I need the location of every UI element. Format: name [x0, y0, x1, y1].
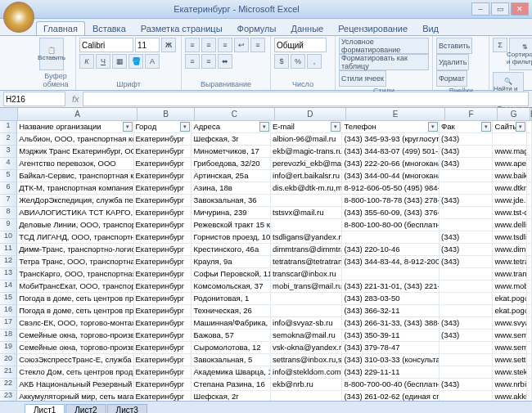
- column-header[interactable]: F: [445, 108, 498, 121]
- cell[interactable]: Свэлс-ЕК, ООО, торгово-монтажная: [17, 317, 133, 330]
- align-top-button[interactable]: ≡: [185, 38, 200, 52]
- cell[interactable]: Екатеринбург: [134, 342, 192, 354]
- cell[interactable]: Екатеринбург: [134, 244, 192, 256]
- cell[interactable]: perevozki_ekb@mail.ru: [271, 158, 342, 170]
- column-header[interactable]: C: [195, 108, 274, 121]
- cell[interactable]: (343) 261-02-62 (единая справочна): [342, 391, 440, 401]
- cell[interactable]: (343) 266-31-33, (343) 388-07-: [342, 317, 440, 330]
- cell[interactable]: www.semokna.ru: [493, 330, 527, 342]
- header-cell[interactable]: Город▾: [134, 121, 192, 133]
- cell[interactable]: Екатеринбург: [134, 195, 192, 207]
- row-header[interactable]: 10: [0, 231, 17, 244]
- underline-button[interactable]: Ч: [96, 54, 110, 69]
- row-header[interactable]: 6: [0, 182, 17, 195]
- cell[interactable]: [440, 305, 493, 317]
- insert-cells-button[interactable]: Вставить: [436, 38, 472, 54]
- row-header[interactable]: 16: [0, 305, 17, 317]
- cell[interactable]: (343) 222-20-66 (многоканальн: [342, 158, 440, 170]
- header-cell[interactable]: Телефон▾: [342, 121, 440, 133]
- cell[interactable]: Мэджик Транс Екатеринбург, ООО: [17, 146, 133, 158]
- cell[interactable]: Байкал-Сервис, транспортная комп: [17, 170, 133, 182]
- cell[interactable]: (343) 344-83-07 (499) 501-17-79: [342, 146, 440, 158]
- filter-button[interactable]: ▾: [516, 122, 525, 132]
- cell[interactable]: Крестинского, 46а: [192, 244, 271, 256]
- font-color-button[interactable]: A: [145, 54, 160, 69]
- cell[interactable]: [440, 391, 493, 401]
- cell[interactable]: (343): [440, 133, 493, 146]
- fx-icon[interactable]: fx: [69, 94, 83, 104]
- cell[interactable]: www.tetratrans.ru: [493, 256, 527, 268]
- cell[interactable]: 8-800-700-00-40 (бесплатный)н: [342, 379, 440, 391]
- ribbon-tab-2[interactable]: Разметка страницы: [133, 21, 230, 35]
- cell-styles-button[interactable]: Стили ячеек: [339, 70, 386, 87]
- cell[interactable]: [527, 366, 532, 379]
- cell[interactable]: [440, 207, 493, 219]
- cell[interactable]: (343) 220-10-46: [342, 244, 440, 256]
- cell[interactable]: Альбион, ООО, транспортная комп: [17, 133, 133, 146]
- cell[interactable]: Екатеринбург: [134, 330, 192, 342]
- cell[interactable]: [440, 182, 493, 195]
- cell[interactable]: (343) 355-60-09, (343) 376-75- (343): [342, 207, 440, 219]
- column-header[interactable]: D: [275, 108, 347, 121]
- cell[interactable]: Екатеринбург: [134, 281, 192, 293]
- cell[interactable]: [271, 219, 342, 231]
- row-header[interactable]: 19: [0, 342, 17, 354]
- cell[interactable]: semokna@mail.ru: [271, 330, 342, 342]
- currency-button[interactable]: $: [274, 54, 289, 69]
- cell[interactable]: 8-912-606-05-50 (495) 984-22- (343): [342, 182, 440, 195]
- conditional-formatting-button[interactable]: Условное форматирование: [339, 38, 429, 54]
- cell[interactable]: Агентство перевозок, ООО: [17, 158, 133, 170]
- row-header[interactable]: 17: [0, 317, 17, 330]
- cell[interactable]: [527, 305, 532, 317]
- cell[interactable]: www.svyaz-sb.ru: [493, 317, 527, 330]
- cell[interactable]: Екатеринбург: [134, 170, 192, 182]
- cell[interactable]: ТрансКарго, ООО, транспортная ком: [17, 268, 133, 281]
- cell[interactable]: [271, 305, 342, 317]
- cell[interactable]: www.settrans.ru: [493, 354, 527, 366]
- filter-button[interactable]: ▾: [259, 122, 269, 132]
- row-header[interactable]: 13: [0, 268, 17, 281]
- cell[interactable]: Екатеринбург: [134, 158, 192, 170]
- percent-button[interactable]: %: [291, 54, 305, 69]
- header-cell[interactable]: [527, 121, 532, 133]
- cell[interactable]: Екатеринбург: [134, 182, 192, 195]
- filter-button[interactable]: ▾: [123, 122, 133, 132]
- cell[interactable]: transcar@inbox.ru: [271, 268, 342, 281]
- row-header[interactable]: 15: [0, 293, 17, 305]
- cell[interactable]: Минометчиков, 17: [192, 146, 271, 158]
- cell[interactable]: www.dimmtrans.ru: [493, 244, 527, 256]
- cell[interactable]: Грибоедова, 32/20: [192, 158, 271, 170]
- cell[interactable]: [440, 354, 493, 366]
- ribbon-tab-3[interactable]: Формулы: [230, 21, 284, 35]
- cell[interactable]: Бажова, 57: [192, 330, 271, 342]
- cell[interactable]: www.baikalsr.ru: [493, 170, 527, 182]
- cell[interactable]: (343): [440, 256, 493, 268]
- ribbon-tab-1[interactable]: Вставка: [85, 21, 133, 35]
- autosum-button[interactable]: Σ: [493, 38, 507, 52]
- minimize-button[interactable]: –: [471, 2, 489, 16]
- cell[interactable]: (343) 283-03-50: [342, 293, 440, 305]
- fill-color-button[interactable]: 🪣: [128, 54, 143, 69]
- column-header[interactable]: A: [18, 108, 138, 121]
- cell[interactable]: Завокзальная, 36: [192, 195, 271, 207]
- font-size-combo[interactable]: 11: [135, 38, 160, 52]
- cell[interactable]: ekb@nrb.ru: [271, 379, 342, 391]
- font-name-combo[interactable]: Calibri: [79, 38, 133, 52]
- bold-button[interactable]: Ж: [161, 38, 176, 52]
- cell[interactable]: Родонитовая, 1: [192, 293, 271, 305]
- cell[interactable]: Димм-Транс, транспортно-логистич: [17, 244, 133, 256]
- row-header[interactable]: 4: [0, 158, 17, 170]
- select-all-corner[interactable]: [0, 108, 18, 121]
- cell[interactable]: (343): [440, 379, 493, 391]
- cell[interactable]: [342, 268, 440, 281]
- cell[interactable]: www.tst-cargo.ru: [493, 207, 527, 219]
- cell[interactable]: (343): [440, 231, 493, 244]
- cell[interactable]: [527, 317, 532, 330]
- cell[interactable]: www.tsdligans.ru: [493, 231, 527, 244]
- cell[interactable]: [527, 231, 532, 244]
- column-header[interactable]: E: [346, 108, 445, 121]
- filter-button[interactable]: ▾: [428, 122, 438, 132]
- cell[interactable]: [527, 391, 532, 401]
- row-header[interactable]: 8: [0, 207, 17, 219]
- cell[interactable]: Сыромолотова, 12: [192, 342, 271, 354]
